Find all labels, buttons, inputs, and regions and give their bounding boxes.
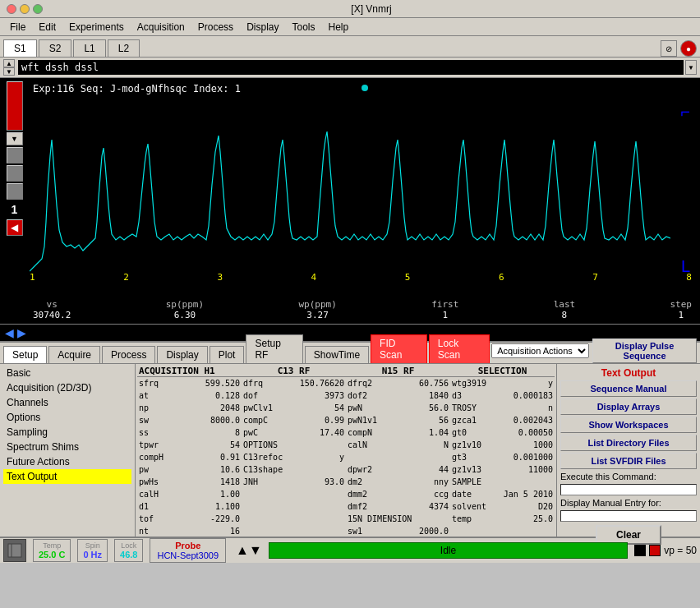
axis-4: 4 [311, 272, 317, 283]
ctrl-gray3[interactable] [7, 183, 23, 200]
vs-group: vs 30740.2 [33, 299, 71, 320]
menu-tools[interactable]: Tools [285, 20, 321, 35]
function-tabs: Setup Acquire Process Display Plot Setup… [0, 343, 700, 364]
wp-group: wp(ppm) 3.27 [298, 299, 336, 320]
up-arrow[interactable]: ▲ [236, 543, 249, 558]
ctrl-red-arrow[interactable]: ◀ [7, 219, 23, 236]
acquisition-actions-select[interactable]: Acquisition Actions [491, 343, 589, 358]
btn-list-dir-files[interactable]: List Directory Files [560, 435, 697, 451]
idle-indicator: Idle [269, 542, 629, 559]
data-grid: ACQUISITION H1 C13 RF N15 RF SELECTION [137, 366, 555, 377]
down-arrow-status[interactable]: ▼ [249, 543, 262, 558]
step-title: step [670, 299, 693, 310]
spin-label: Spin [85, 541, 100, 550]
step-group: step 1 [670, 299, 693, 320]
command-area: ▲ ▼ ▼ [0, 58, 700, 78]
scroll-down[interactable]: ▼ [3, 67, 15, 76]
axis-1: 1 [30, 272, 35, 283]
nav-sampling[interactable]: Sampling [3, 425, 131, 440]
window-title: [X] Vnmrj [49, 3, 693, 15]
menu-experiments[interactable]: Experiments [62, 20, 131, 35]
btn-display-arrays[interactable]: Display Arrays [560, 398, 697, 415]
wp-value: 3.27 [306, 310, 329, 320]
axis-7: 7 [592, 272, 598, 283]
ctrl-gray2[interactable] [7, 165, 23, 182]
level-control[interactable] [7, 81, 23, 131]
nav-left[interactable]: ◀ [3, 326, 16, 339]
menu-process[interactable]: Process [191, 20, 240, 35]
tab-plot[interactable]: Plot [210, 346, 245, 363]
status-right: vp = 50 [634, 545, 697, 556]
number-1[interactable]: 1 [7, 201, 23, 218]
color-swatch-black[interactable] [634, 545, 646, 556]
nav-future-actions[interactable]: Future Actions [3, 454, 131, 469]
data-panel: ACQUISITION H1 C13 RF N15 RF SELECTION s… [136, 364, 556, 537]
table-row: sw8000.0 compC0.99 pwN1v156 gzca10.00204… [137, 414, 555, 426]
scroll-up[interactable]: ▲ [3, 59, 15, 67]
nav-spectrum-shims[interactable]: Spectrum Shims [3, 440, 131, 454]
sp-title: sp(ppm) [166, 299, 204, 310]
tab-l2[interactable]: L2 [108, 39, 140, 57]
table-row: d11.100 dmf24374 solventD20 [137, 500, 555, 513]
ctrl-gray1[interactable] [7, 147, 23, 164]
spectrum-info: Exp:116 Seq: J-mod-gNfhsqc Index: 1 [33, 83, 241, 94]
nav-right[interactable]: ▶ [16, 326, 28, 339]
status-icon [3, 539, 26, 562]
minimize-btn[interactable] [20, 4, 30, 14]
axis-3: 3 [217, 272, 223, 283]
display-input[interactable] [560, 510, 697, 522]
table-row: at0.128 dof3973 dof21840 d30.000183 [137, 389, 555, 402]
tab-fid-scan[interactable]: FID Scan [371, 334, 427, 363]
sp-group: sp(ppm) 6.30 [166, 299, 204, 320]
nav-basic[interactable]: Basic [3, 366, 131, 380]
sp-value: 6.30 [174, 310, 196, 320]
tab-setup-rf[interactable]: Setup RF [246, 334, 302, 363]
nav-channels[interactable]: Channels [3, 395, 131, 410]
execute-input[interactable] [560, 484, 697, 495]
record-icon[interactable]: ● [680, 40, 697, 57]
btn-list-svfdir[interactable]: List SVFDIR Files [560, 453, 697, 469]
lock-label: Lock [121, 541, 136, 550]
menu-help[interactable]: Help [322, 20, 356, 35]
vs-value: 30740.2 [33, 310, 71, 320]
menu-edit[interactable]: Edit [32, 20, 62, 35]
settings-icon[interactable]: ⊘ [661, 40, 677, 57]
btn-show-workspaces[interactable]: Show Workspaces [560, 417, 697, 433]
axis-5: 5 [405, 272, 411, 283]
main-tabs: S1 S2 L1 L2 ⊘ ● [0, 36, 700, 58]
menu-file[interactable]: File [3, 20, 32, 35]
down-arrow-ctrl[interactable]: ▼ [7, 132, 23, 145]
tab-display[interactable]: Display [157, 346, 207, 363]
lock-value: 46.8 [120, 550, 137, 560]
color-swatch-red[interactable] [649, 545, 661, 556]
nav-text-output[interactable]: Text Output [3, 469, 131, 484]
tab-s1[interactable]: S1 [3, 39, 37, 57]
tab-process[interactable]: Process [102, 346, 155, 363]
close-btn[interactable] [7, 4, 16, 14]
spectrum-bottom-labels: vs 30740.2 sp(ppm) 6.30 wp(ppm) 3.27 fir… [33, 299, 692, 320]
tab-l1[interactable]: L1 [73, 39, 105, 57]
maximize-btn[interactable] [33, 4, 43, 14]
table-row: ss8 pwC17.40 compN1.04 gt00.00050 [137, 426, 555, 439]
btn-sequence-manual[interactable]: Sequence Manual [560, 380, 697, 397]
table-row: compH0.91 C13refocy gt30.001000 [137, 451, 555, 463]
lock-display: Lock 46.8 [114, 539, 143, 562]
scroll-right[interactable]: ▼ [685, 60, 697, 75]
nav-acquisition-2d3d[interactable]: Acquisition (2D/3D) [3, 380, 131, 395]
display-pulse-btn[interactable]: Display Pulse Sequence [592, 339, 697, 363]
tab-lock-scan[interactable]: Lock Scan [429, 334, 490, 363]
tab-acquire[interactable]: Acquire [48, 346, 100, 363]
command-input[interactable] [18, 60, 684, 75]
cursor-dot [362, 85, 368, 91]
data-rows: sfrq599.520 dfrq150.76620 dfrq260.756 wt… [137, 377, 555, 537]
tab-s2[interactable]: S2 [39, 39, 72, 57]
last-value: 8 [562, 310, 568, 320]
tab-setup[interactable]: Setup [3, 346, 47, 363]
probe-display: Probe HCN-Sept3009 [150, 538, 226, 563]
left-nav-panel: Basic Acquisition (2D/3D) Channels Optio… [0, 364, 136, 537]
tab-showtime[interactable]: ShowTime [305, 346, 369, 363]
nav-options[interactable]: Options [3, 410, 131, 425]
scroll-controls: ▲ ▼ [3, 59, 15, 76]
menu-acquisition[interactable]: Acquisition [131, 20, 191, 35]
menu-display[interactable]: Display [240, 20, 285, 35]
